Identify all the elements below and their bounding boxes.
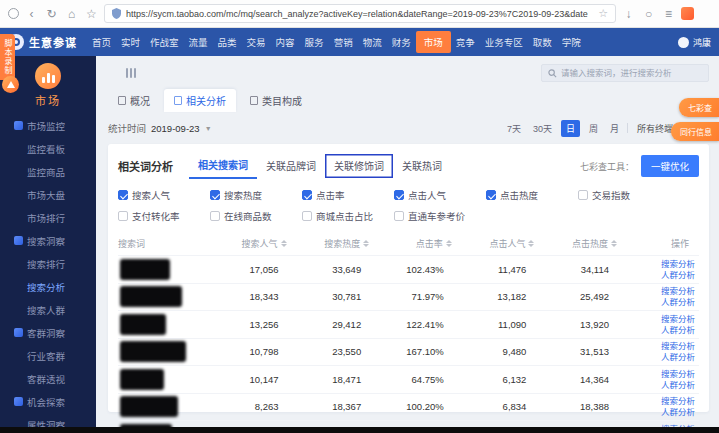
nav-item[interactable]: 交易 [242,31,271,53]
word-type-tab[interactable]: 关联品牌词 [257,154,325,178]
date-range-button[interactable]: 周 [586,120,601,137]
metric-checkbox[interactable]: 支付转化率 [118,209,210,223]
tab[interactable]: 相关分析 [164,89,236,112]
sidebar-item[interactable]: 监控商品 [14,160,96,183]
sidebar-item[interactable]: 市场排行 [14,206,96,229]
search-analyze-link[interactable]: 搜索分析 [661,369,695,379]
stat-date[interactable]: 2019-09-23 [151,123,200,134]
word-type-tab[interactable]: 关联修饰词 [325,154,393,178]
menu-icon[interactable]: ≡ [661,8,676,20]
tab[interactable]: 概况 [108,89,160,112]
user-account[interactable]: 鸿康 [678,36,711,49]
sort-icon[interactable] [281,240,287,247]
bookmark-icon[interactable]: ☆ [84,8,99,20]
nav-item[interactable]: 学院 [557,31,586,53]
metric-checkbox[interactable]: 交易指数 [578,188,670,202]
crowd-analyze-link[interactable]: 人群分析 [661,352,695,362]
date-range-button[interactable]: 日 [561,120,580,137]
sidebar-item[interactable]: 机会探索 [14,390,96,413]
recorder-rocket-icon[interactable] [2,76,19,93]
metric-checkbox[interactable]: 点击热度 [486,188,578,202]
search-analyze-link[interactable]: 搜索分析 [661,259,695,269]
nav-item[interactable]: 内容 [271,31,300,53]
crowd-analyze-link[interactable]: 人群分析 [661,270,695,280]
crowd-analyze-link[interactable]: 人群分析 [661,297,695,307]
click-rate-cell: 71.97% [379,291,462,302]
sidebar-item[interactable]: 市场监控 [14,114,96,137]
metric-checkbox[interactable]: 在线商品数 [210,209,302,223]
search-analyze-link[interactable]: 搜索分析 [661,396,695,406]
crowd-analyze-link[interactable]: 人群分析 [661,380,695,390]
metric-checkbox[interactable]: 搜索人气 [118,188,210,202]
table-column-header[interactable]: 点击人气 [462,237,545,250]
nav-item[interactable]: 取数 [528,31,557,53]
sort-icon[interactable] [528,240,534,247]
nav-item[interactable]: 服务 [300,31,329,53]
crowd-analyze-link[interactable]: 人群分析 [661,407,695,417]
sidebar-item[interactable]: 搜索洞察 [14,229,96,252]
sidebar-item[interactable]: 行业客群 [14,344,96,367]
nav-item[interactable]: 品类 [213,31,242,53]
table-column-header[interactable]: 点击率 [379,237,462,250]
extension-icon[interactable] [681,7,694,20]
tab[interactable]: 类目构成 [240,89,312,112]
nav-item[interactable]: 财务 [387,31,416,53]
nav-item[interactable]: 实时 [116,31,145,53]
nav-item[interactable]: 营销 [329,31,358,53]
table-row: 10,147 18,471 64.75% 6,132 14,364 搜索分析 人… [118,365,699,393]
sidebar-item[interactable]: 客群洞察 [14,321,96,344]
word-type-tab[interactable]: 关联热词 [393,154,451,178]
home-icon[interactable]: ⌂ [64,8,79,20]
download-icon[interactable]: ↓ [621,8,636,20]
search-analyze-link[interactable]: 搜索分析 [661,314,695,324]
search-analyze-link[interactable]: 搜索分析 [661,341,695,351]
click-rate-cell: 122.41% [379,319,462,330]
refresh-icon[interactable]: ↻ [44,8,59,20]
recorder-tag[interactable]: 脚本录制 [0,34,15,80]
metric-checkbox[interactable]: 直通车参考价 [394,209,486,223]
optimize-button[interactable]: 一键优化 [641,155,699,177]
back-icon[interactable]: ‹ [24,8,39,20]
sort-icon[interactable] [611,240,617,247]
nav-item[interactable]: 首页 [87,31,116,53]
sort-icon[interactable] [363,240,369,247]
metric-checkbox[interactable]: 商城点击占比 [302,209,394,223]
profile-icon[interactable] [8,8,19,19]
date-range-button[interactable]: 月 [607,120,622,137]
sidebar-item[interactable]: 搜索分析 [14,275,96,298]
table-column-header[interactable]: 搜索词 [118,237,214,250]
nav-item[interactable]: 物流 [358,31,387,53]
collapse-handle-icon[interactable] [126,68,136,78]
table-column-header[interactable]: 点击热度 [544,237,627,250]
crowd-analyze-link[interactable]: 人群分析 [661,325,695,335]
float-tool-button[interactable]: 同行信息 [671,122,719,141]
sidebar-item[interactable]: 搜索人群 [14,298,96,321]
metric-checkbox[interactable]: 搜索热度 [210,188,302,202]
word-type-tab[interactable]: 相关搜索词 [189,153,257,179]
nav-item[interactable]: 竞争 [451,31,480,53]
table-column-header[interactable]: 操作 [627,237,699,250]
metric-label: 点击热度 [500,188,538,202]
search-analyze-link[interactable]: 搜索分析 [661,286,695,296]
table-column-header[interactable]: 搜索人气 [214,237,297,250]
nav-item[interactable]: 作战室 [145,31,184,53]
metric-checkbox[interactable]: 点击人气 [394,188,486,202]
sidebar-item[interactable]: 市场大盘 [14,183,96,206]
metric-checkbox[interactable]: 点击率 [302,188,394,202]
nav-item[interactable]: 市场 [416,31,451,53]
sidebar-item-label: 客群洞察 [27,326,65,340]
favorite-page-icon[interactable]: ☆ [598,7,608,20]
date-range-button[interactable]: 7天 [504,120,524,137]
float-tool-button[interactable]: 七彩查 [679,98,719,117]
sidebar-item[interactable]: 客群透视 [14,367,96,390]
url-bar[interactable]: https://sycm.taobao.com/mc/mq/search_ana… [104,4,616,23]
date-range-button[interactable]: 30天 [530,120,555,137]
user-icon[interactable]: ○ [641,8,656,20]
sort-icon[interactable] [446,240,452,247]
table-column-header[interactable]: 搜索热度 [297,237,380,250]
nav-item[interactable]: 业务专区 [480,31,528,53]
search-input[interactable] [561,68,702,78]
nav-item[interactable]: 流量 [184,31,213,53]
sidebar-item[interactable]: 搜索排行 [14,252,96,275]
sidebar-item[interactable]: 监控看板 [14,137,96,160]
